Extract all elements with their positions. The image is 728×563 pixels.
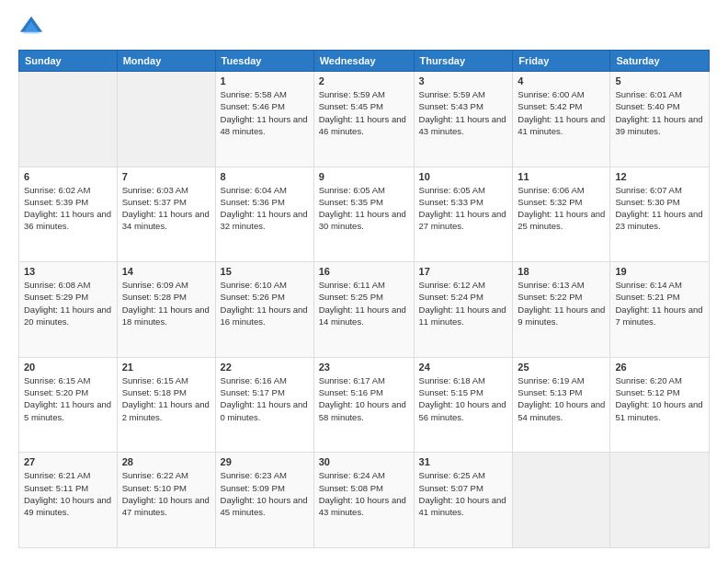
- day-info: Sunrise: 6:14 AM Sunset: 5:21 PM Dayligh…: [615, 279, 704, 327]
- weekday-header: Saturday: [610, 51, 710, 72]
- day-info: Sunrise: 5:58 AM Sunset: 5:46 PM Dayligh…: [221, 88, 309, 137]
- day-number: 24: [419, 362, 508, 373]
- calendar-week-row: 13Sunrise: 6:08 AM Sunset: 5:29 PM Dayli…: [19, 262, 710, 358]
- calendar-table: SundayMondayTuesdayWednesdayThursdayFrid…: [18, 50, 710, 548]
- weekday-header: Thursday: [414, 51, 513, 72]
- calendar-cell: 25Sunrise: 6:19 AM Sunset: 5:13 PM Dayli…: [513, 357, 610, 453]
- day-number: 28: [122, 456, 210, 467]
- calendar-cell: 24Sunrise: 6:18 AM Sunset: 5:15 PM Dayli…: [414, 357, 513, 453]
- day-number: 1: [221, 75, 309, 86]
- calendar-cell: 14Sunrise: 6:09 AM Sunset: 5:28 PM Dayli…: [117, 262, 215, 358]
- day-number: 10: [419, 171, 508, 182]
- day-number: 4: [518, 75, 605, 86]
- header: [18, 15, 710, 40]
- day-info: Sunrise: 6:22 AM Sunset: 5:10 PM Dayligh…: [122, 469, 210, 518]
- weekday-header: Friday: [513, 51, 610, 72]
- day-number: 29: [221, 456, 309, 467]
- day-info: Sunrise: 6:01 AM Sunset: 5:40 PM Dayligh…: [615, 88, 704, 137]
- calendar-week-row: 6Sunrise: 6:02 AM Sunset: 5:39 PM Daylig…: [19, 167, 710, 262]
- calendar-cell: 12Sunrise: 6:07 AM Sunset: 5:30 PM Dayli…: [610, 167, 710, 262]
- day-number: 18: [518, 266, 605, 277]
- calendar-cell: 5Sunrise: 6:01 AM Sunset: 5:40 PM Daylig…: [610, 72, 710, 167]
- calendar-cell: 9Sunrise: 6:05 AM Sunset: 5:35 PM Daylig…: [313, 167, 414, 262]
- calendar-cell: 22Sunrise: 6:16 AM Sunset: 5:17 PM Dayli…: [215, 357, 313, 453]
- day-number: 16: [319, 266, 409, 277]
- calendar-header: SundayMondayTuesdayWednesdayThursdayFrid…: [19, 51, 710, 72]
- calendar-cell: 18Sunrise: 6:13 AM Sunset: 5:22 PM Dayli…: [513, 262, 610, 358]
- calendar-cell: 29Sunrise: 6:23 AM Sunset: 5:09 PM Dayli…: [215, 453, 313, 548]
- calendar-cell: 23Sunrise: 6:17 AM Sunset: 5:16 PM Dayli…: [313, 357, 414, 453]
- day-info: Sunrise: 6:19 AM Sunset: 5:13 PM Dayligh…: [518, 374, 605, 423]
- calendar-week-row: 20Sunrise: 6:15 AM Sunset: 5:20 PM Dayli…: [19, 357, 710, 453]
- day-number: 11: [518, 171, 605, 182]
- day-info: Sunrise: 5:59 AM Sunset: 5:43 PM Dayligh…: [419, 88, 508, 137]
- day-number: 14: [122, 266, 210, 277]
- day-info: Sunrise: 6:05 AM Sunset: 5:33 PM Dayligh…: [419, 184, 508, 233]
- calendar-cell: 27Sunrise: 6:21 AM Sunset: 5:11 PM Dayli…: [19, 453, 118, 548]
- calendar-week-row: 27Sunrise: 6:21 AM Sunset: 5:11 PM Dayli…: [19, 453, 710, 548]
- day-info: Sunrise: 6:00 AM Sunset: 5:42 PM Dayligh…: [518, 88, 605, 137]
- page: SundayMondayTuesdayWednesdayThursdayFrid…: [0, 0, 728, 563]
- day-info: Sunrise: 6:12 AM Sunset: 5:24 PM Dayligh…: [419, 279, 508, 327]
- day-info: Sunrise: 6:17 AM Sunset: 5:16 PM Dayligh…: [319, 374, 409, 423]
- day-info: Sunrise: 6:03 AM Sunset: 5:37 PM Dayligh…: [122, 184, 210, 233]
- day-number: 5: [615, 75, 704, 86]
- day-number: 19: [615, 266, 704, 277]
- day-info: Sunrise: 6:09 AM Sunset: 5:28 PM Dayligh…: [122, 279, 210, 327]
- calendar-cell: 7Sunrise: 6:03 AM Sunset: 5:37 PM Daylig…: [117, 167, 215, 262]
- day-number: 9: [319, 171, 409, 182]
- day-info: Sunrise: 6:02 AM Sunset: 5:39 PM Dayligh…: [24, 184, 112, 233]
- day-info: Sunrise: 6:07 AM Sunset: 5:30 PM Dayligh…: [615, 184, 704, 233]
- calendar-cell: [19, 72, 118, 167]
- calendar-cell: 13Sunrise: 6:08 AM Sunset: 5:29 PM Dayli…: [19, 262, 118, 358]
- day-info: Sunrise: 6:08 AM Sunset: 5:29 PM Dayligh…: [24, 279, 112, 327]
- day-number: 13: [24, 266, 112, 277]
- calendar-cell: 21Sunrise: 6:15 AM Sunset: 5:18 PM Dayli…: [117, 357, 215, 453]
- day-info: Sunrise: 6:11 AM Sunset: 5:25 PM Dayligh…: [319, 279, 409, 327]
- calendar-cell: 2Sunrise: 5:59 AM Sunset: 5:45 PM Daylig…: [313, 72, 414, 167]
- calendar-cell: 15Sunrise: 6:10 AM Sunset: 5:26 PM Dayli…: [215, 262, 313, 358]
- day-number: 3: [419, 75, 508, 86]
- calendar-cell: 11Sunrise: 6:06 AM Sunset: 5:32 PM Dayli…: [513, 167, 610, 262]
- day-info: Sunrise: 6:25 AM Sunset: 5:07 PM Dayligh…: [419, 469, 508, 518]
- day-info: Sunrise: 6:21 AM Sunset: 5:11 PM Dayligh…: [24, 469, 112, 518]
- calendar-cell: 31Sunrise: 6:25 AM Sunset: 5:07 PM Dayli…: [414, 453, 513, 548]
- calendar-cell: 1Sunrise: 5:58 AM Sunset: 5:46 PM Daylig…: [215, 72, 313, 167]
- calendar-cell: 30Sunrise: 6:24 AM Sunset: 5:08 PM Dayli…: [313, 453, 414, 548]
- weekday-header: Sunday: [19, 51, 118, 72]
- day-number: 20: [24, 362, 112, 373]
- weekday-header: Monday: [117, 51, 215, 72]
- calendar-cell: [513, 453, 610, 548]
- day-number: 15: [221, 266, 309, 277]
- day-info: Sunrise: 5:59 AM Sunset: 5:45 PM Dayligh…: [319, 88, 409, 137]
- calendar-cell: 4Sunrise: 6:00 AM Sunset: 5:42 PM Daylig…: [513, 72, 610, 167]
- weekday-header: Tuesday: [215, 51, 313, 72]
- day-info: Sunrise: 6:13 AM Sunset: 5:22 PM Dayligh…: [518, 279, 605, 327]
- day-info: Sunrise: 6:05 AM Sunset: 5:35 PM Dayligh…: [319, 184, 409, 233]
- day-info: Sunrise: 6:06 AM Sunset: 5:32 PM Dayligh…: [518, 184, 605, 233]
- day-number: 7: [122, 171, 210, 182]
- day-number: 2: [319, 75, 409, 86]
- day-number: 22: [221, 362, 309, 373]
- calendar-cell: [117, 72, 215, 167]
- logo: [18, 15, 48, 40]
- day-number: 21: [122, 362, 210, 373]
- calendar-cell: 16Sunrise: 6:11 AM Sunset: 5:25 PM Dayli…: [313, 262, 414, 358]
- logo-icon: [18, 15, 44, 40]
- day-info: Sunrise: 6:23 AM Sunset: 5:09 PM Dayligh…: [221, 469, 309, 518]
- day-number: 31: [419, 456, 508, 467]
- weekday-row: SundayMondayTuesdayWednesdayThursdayFrid…: [19, 51, 710, 72]
- calendar-cell: 19Sunrise: 6:14 AM Sunset: 5:21 PM Dayli…: [610, 262, 710, 358]
- day-number: 30: [319, 456, 409, 467]
- day-info: Sunrise: 6:16 AM Sunset: 5:17 PM Dayligh…: [221, 374, 309, 423]
- day-number: 23: [319, 362, 409, 373]
- day-info: Sunrise: 6:15 AM Sunset: 5:18 PM Dayligh…: [122, 374, 210, 423]
- calendar-cell: 3Sunrise: 5:59 AM Sunset: 5:43 PM Daylig…: [414, 72, 513, 167]
- calendar-body: 1Sunrise: 5:58 AM Sunset: 5:46 PM Daylig…: [19, 72, 710, 548]
- day-number: 27: [24, 456, 112, 467]
- day-info: Sunrise: 6:04 AM Sunset: 5:36 PM Dayligh…: [221, 184, 309, 233]
- calendar-cell: 26Sunrise: 6:20 AM Sunset: 5:12 PM Dayli…: [610, 357, 710, 453]
- calendar-cell: [610, 453, 710, 548]
- day-info: Sunrise: 6:18 AM Sunset: 5:15 PM Dayligh…: [419, 374, 508, 423]
- weekday-header: Wednesday: [313, 51, 414, 72]
